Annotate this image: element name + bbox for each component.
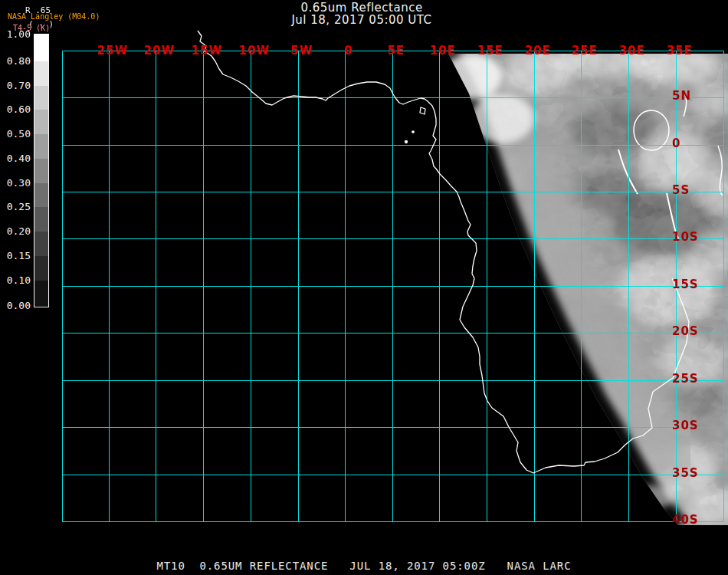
longitude-label: 15W	[192, 45, 222, 56]
longitude-label: 20W	[144, 45, 175, 56]
colorbar-tick-label: 0.20	[0, 226, 31, 237]
colorbar-tick-label: 0.40	[0, 153, 31, 164]
colorbar-segment	[34, 61, 48, 86]
longitude-label: 20E	[525, 45, 551, 56]
footer-caption: MT10 0.65UM REFLECTANCE JUL 18, 2017 05:…	[0, 560, 728, 572]
colorbar-tick-label: 0.50	[0, 129, 31, 140]
satellite-product-image: 0.65um Reflectance Jul 18, 2017 05:00 UT…	[0, 0, 728, 575]
map-canvas	[0, 0, 728, 575]
latitude-label: 5N	[672, 90, 691, 101]
colorbar-tick-label: 0.60	[0, 104, 31, 115]
longitude-label: 30E	[619, 45, 645, 56]
colorbar-tick-label: 0.00	[0, 301, 31, 311]
colorbar-tick-label: 0.25	[0, 202, 31, 212]
latitude-label: 10S	[672, 232, 699, 242]
title-datetime: Jul 18, 2017 05:00 UTC	[0, 14, 723, 26]
colorbar-tick-label: 0.30	[0, 178, 31, 189]
latitude-label: 0	[672, 138, 680, 149]
longitude-label: 10E	[430, 45, 456, 56]
colorbar-segment	[34, 281, 48, 306]
longitude-label: 5E	[388, 45, 405, 56]
colorbar-segment	[34, 134, 48, 159]
image-title: 0.65um Reflectance Jul 18, 2017 05:00 UT…	[0, 2, 723, 26]
bioko-island	[420, 107, 425, 114]
longitude-label: 10W	[239, 45, 270, 56]
longitude-label: 5W	[291, 45, 313, 56]
longitude-label: 0	[344, 45, 353, 56]
longitude-label: 25W	[97, 45, 128, 56]
longitude-label: 25E	[572, 45, 598, 56]
colorbar-segment	[34, 159, 48, 183]
colorbar-segment	[34, 110, 48, 134]
latitude-label: 30S	[672, 420, 699, 431]
colorbar-segment	[34, 232, 48, 256]
title-product: 0.65um Reflectance	[0, 2, 723, 14]
colorbar-tick-label: 1.00	[0, 29, 31, 40]
colorbar-segment	[34, 207, 48, 232]
reflectance-colorbar	[34, 34, 49, 307]
data-source-label: NASA Langley (M04.0)	[8, 12, 100, 21]
latitude-label: 25S	[672, 373, 699, 384]
colorbar-tick-label: 0.80	[0, 56, 31, 67]
colorbar-segment	[34, 34, 48, 61]
longitude-label: 15E	[477, 45, 503, 56]
latitude-label: 15S	[672, 279, 699, 290]
longitude-label: 35E	[667, 45, 693, 56]
colorbar-tick-label: 0.15	[0, 251, 31, 261]
sao-tome-island	[405, 141, 408, 143]
colorbar-segment	[34, 86, 48, 110]
colorbar-tick-label: 0.10	[0, 275, 31, 286]
latitude-label: 35S	[672, 468, 699, 478]
colorbar-segment	[34, 183, 48, 207]
colorbar-segment	[34, 256, 48, 281]
colorbar-tick-label: 0.70	[0, 80, 31, 91]
latitude-label: 20S	[672, 326, 699, 337]
latitude-label: 5S	[672, 185, 690, 196]
latitude-label: 40S	[672, 514, 699, 525]
principe-island	[412, 131, 414, 133]
